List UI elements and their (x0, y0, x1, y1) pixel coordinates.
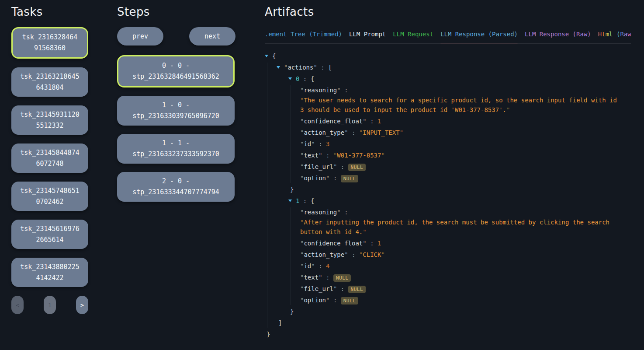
json-field-reasoning: "reasoning" : (300, 207, 631, 217)
tab-llm-prompt[interactable]: LLM Prompt (349, 30, 386, 38)
json-close-bracket: } (288, 307, 631, 316)
json-field-option: "option" : NULL (300, 173, 631, 183)
tasks-panel: Tasks tsk_231632846491568360tsk_23163218… (11, 4, 88, 314)
null-badge: NULL (341, 175, 359, 182)
collapse-arrow-icon[interactable] (288, 74, 296, 84)
json-tree-viewer: {"actions" : [0 : {"reasoning" : "The us… (265, 51, 631, 339)
step-list: 0 - 0 - stp_2316328464915683621 - 0 - st… (117, 55, 235, 202)
step-button[interactable]: 0 - 0 - stp_231632846491568362 (117, 55, 235, 88)
steps-nav: prev next (117, 27, 235, 46)
task-button[interactable]: tsk_231438802254142422 (11, 258, 88, 287)
json-string-value: "After inputting the product id, the sea… (300, 217, 622, 237)
json-field-text: "text" : NULL (300, 273, 631, 282)
json-node-actions: "actions" : [ (277, 63, 631, 72)
null-badge: NULL (341, 297, 359, 304)
json-field-file_url: "file_url" : NULL (300, 284, 631, 294)
artifacts-panel: Artifacts .ement Tree (Trimmed)LLM Promp… (265, 4, 631, 339)
task-button[interactable]: tsk_231632846491568360 (11, 27, 88, 59)
json-field-id: "id" : 3 (300, 139, 631, 149)
json-field-option: "option" : NULL (300, 295, 631, 305)
json-close-bracket: ] (277, 318, 631, 328)
collapse-arrow-icon[interactable] (265, 51, 272, 61)
json-field-file_url: "file_url" : NULL (300, 162, 631, 172)
app-root: Tasks tsk_231632846491568360tsk_23163218… (0, 0, 644, 350)
collapse-arrow-icon[interactable] (277, 63, 284, 72)
null-badge: NULL (333, 274, 351, 282)
tab-llm-request[interactable]: LLM Request (393, 30, 433, 38)
task-button[interactable]: tsk_231632186456431804 (11, 67, 88, 97)
json-field-action_type: "action_type" : "CLICK" (300, 250, 631, 259)
json-node-1: 1 : { (288, 196, 631, 206)
tab-html-raw[interactable]: Html (Raw) (598, 30, 631, 38)
json-string-value: "The user needs to search for a specific… (300, 95, 622, 115)
json-field-confidence_float: "confidence_float" : 1 (300, 116, 631, 126)
steps-panel: Steps prev next 0 - 0 - stp_231632846491… (117, 4, 235, 210)
null-badge: NULL (348, 164, 366, 171)
task-button[interactable]: tsk_231459311205512332 (11, 105, 88, 135)
task-pagination: < 1 > (11, 296, 88, 314)
pagination-page-button[interactable]: 1 (44, 296, 56, 314)
task-button[interactable]: tsk_231458448746072748 (11, 144, 88, 173)
task-button[interactable]: tsk_231456169762665614 (11, 220, 88, 249)
tab-llm-response-raw[interactable]: LLM Response (Raw) (525, 30, 591, 38)
step-button[interactable]: 2 - 0 - stp_231633344707774794 (117, 172, 235, 202)
json-root: { (265, 51, 631, 61)
json-field-id: "id" : 4 (300, 261, 631, 271)
json-field-reasoning: "reasoning" : (300, 85, 631, 95)
json-node-0: 0 : { (288, 74, 631, 84)
steps-next-button[interactable]: next (189, 27, 235, 46)
tasks-title: Tasks (11, 4, 88, 19)
null-badge: NULL (348, 286, 366, 293)
steps-prev-button[interactable]: prev (117, 27, 163, 46)
json-field-text: "text" : "W01-377-8537" (300, 150, 631, 160)
json-close-bracket: } (265, 329, 631, 339)
tab-element-tree-trimmed[interactable]: .ement Tree (Trimmed) (265, 30, 342, 38)
task-button[interactable]: tsk_231457486510702462 (11, 182, 88, 211)
json-field-action_type: "action_type" : "INPUT_TEXT" (300, 128, 631, 137)
steps-title: Steps (117, 4, 235, 19)
pagination-next-button[interactable]: > (76, 296, 88, 314)
task-list: tsk_231632846491568360tsk_23163218645643… (11, 27, 88, 287)
json-close-bracket: } (288, 185, 631, 194)
pagination-prev-button[interactable]: < (11, 296, 24, 314)
step-button[interactable]: 1 - 0 - stp_231633039765096720 (117, 96, 235, 126)
json-field-confidence_float: "confidence_float" : 1 (300, 238, 631, 248)
artifacts-title: Artifacts (265, 4, 631, 19)
artifacts-tab-bar: .ement Tree (Trimmed)LLM PromptLLM Reque… (265, 30, 631, 44)
collapse-arrow-icon[interactable] (288, 196, 296, 206)
step-button[interactable]: 1 - 1 - stp_231633237333592370 (117, 134, 235, 164)
tab-llm-response-parsed[interactable]: LLM Response (Parsed) (440, 30, 518, 38)
